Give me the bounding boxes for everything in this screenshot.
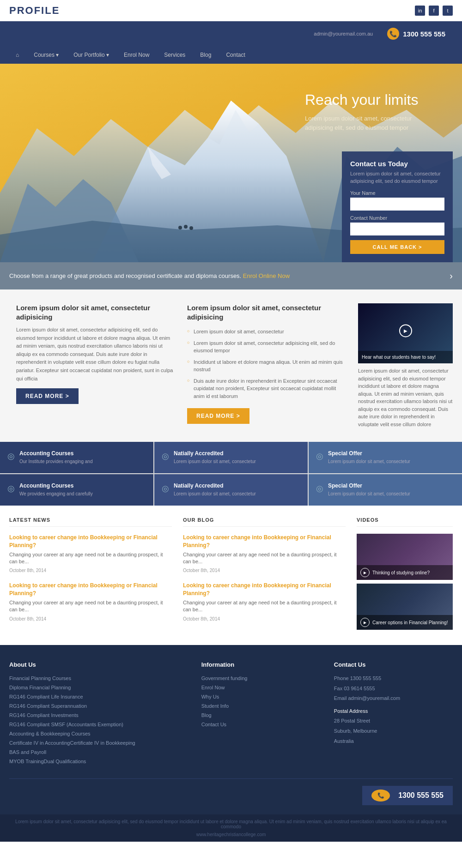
feature-item-6[interactable]: ◎ Special Offer Lorem ipsum dolor sit am… [309,474,462,506]
footer-link-item: BAS and Payroll [9,748,188,755]
video-thumbnail[interactable]: ▶ Hear what our students have to say! [358,303,453,363]
footer-link-item: Government funding [201,675,320,681]
videos-col: VIDEOS ▶ Thinking of studying online? ▶ … [351,517,453,633]
read-more-button-2[interactable]: READ MORE > [187,408,249,424]
phone-input[interactable] [350,223,444,235]
footer-link[interactable]: Government funding [201,675,248,681]
footer-contact-title: Contact Us [334,661,453,668]
feature-item-1[interactable]: ◎ Accounting Courses Our Institute provi… [0,442,153,473]
news-item-2: Looking to career change into Bookkeepin… [9,582,172,621]
news-item-1: Looking to career change into Bookkeepin… [9,534,172,573]
hero-chevron-icon[interactable]: › [450,271,453,281]
video-item-1-label: ▶ Thinking of studying online? [357,565,453,580]
footer-phone-icon: 📞 [371,790,390,802]
hero-subtext: Lorem ipsum dolor sit amet, consectetur … [305,114,434,132]
news-link-2[interactable]: Looking to career change into Bookkeepin… [9,582,172,597]
feature-title-3: Special Offer [328,450,410,457]
facebook-icon[interactable]: f [429,6,439,16]
footer-link-item: RG146 Compliant Investments [9,711,188,718]
news-link-1[interactable]: Looking to career change into Bookkeepin… [9,534,172,549]
footer-fax-info: Fax 03 9614 5555 [334,685,453,693]
footer-email-info: Email admin@youremail.com [334,694,453,703]
contact-form-title: Contact us Today [350,160,444,168]
footer-phone-number: 1300 555 555 [398,791,444,800]
footer-link-item: Blog [201,711,320,718]
footer-contact-col: Contact Us Phone 1300 555 555 Fax 03 961… [334,661,453,767]
news-excerpt-2: Changing your career at any age need not… [9,599,172,614]
footer-link-item: RG146 Compliant SMSF (Accountants Exempt… [9,721,188,728]
nav-enrol[interactable]: Enrol Now [117,46,156,64]
contact-form-subtitle: Lorem ipsum dolor sit amet, consectetur … [350,170,444,185]
footer-link[interactable]: RG146 Compliant Life Insurance [9,694,83,699]
feature-icon-6: ◎ [316,483,323,494]
footer-link-item: Certificate IV in AccountingCertificate … [9,739,188,746]
footer-link[interactable]: Certificate IV in AccountingCertificate … [9,740,135,746]
latest-news-heading: LATEST NEWS [9,517,172,527]
footer-link[interactable]: Financial Planning Courses [9,675,71,681]
feature-item-5[interactable]: ◎ Natially Accredited Lorem ipsum dolor … [154,474,308,506]
social-icons: in f t [415,6,453,16]
feature-desc-4: We provides engaging and carefully [19,491,93,497]
footer-link[interactable]: RG146 Compliant Superannuation [9,703,87,709]
read-more-button-1[interactable]: READ MORE > [16,388,79,404]
video-item-2[interactable]: ▶ Career options in Financial Planning! [357,584,453,630]
nav-home[interactable]: ⌂ [9,46,25,64]
footer-link[interactable]: BAS and Payroll [9,749,46,755]
footer-link[interactable]: Diploma Financial Planning [9,685,71,690]
blog-link-2[interactable]: Looking to career change into Bookkeepin… [183,582,346,597]
svg-point-9 [184,225,188,229]
linkedin-icon[interactable]: in [415,6,425,16]
website-url: www.heritagechristiancollege.com [196,832,266,837]
blog-item-1: Looking to career change into Bookkeepin… [183,534,346,573]
feature-item-3[interactable]: ◎ Special Offer Lorem ipsum dolor sit am… [309,442,462,473]
contact-form: Contact us Today Lorem ipsum dolor sit a… [342,151,453,262]
main-nav: ⌂ Courses ▾ Our Portfolio ▾ Enrol Now Se… [0,46,462,64]
footer-postal-label: Postal Address [334,707,453,716]
nav-portfolio[interactable]: Our Portfolio ▾ [67,46,116,64]
footer-link[interactable]: MYOB TrainingDual Qualifications [9,759,86,764]
contact-bar: admin@youremail.com.au 📞 1300 555 555 [0,21,462,46]
header-phone[interactable]: 📞 1300 555 555 [380,25,453,42]
blog-date-2: October 8th, 2014 [183,616,220,621]
phone-icon: 📞 [387,28,399,40]
feature-item-4[interactable]: ◎ Accounting Courses We provides engagin… [0,474,153,506]
footer-info-list: Government funding Enrol Now Why Us Stud… [201,675,320,728]
feature-item-2[interactable]: ◎ Natially Accredited Lorem ipsum dolor … [154,442,308,473]
video-item-1-text: Thinking of studying online? [372,570,430,575]
footer-grid: About Us Financial Planning Courses Dipl… [9,661,453,767]
video-item-1[interactable]: ▶ Thinking of studying online? [357,534,453,580]
footer-link[interactable]: RG146 Compliant Investments [9,712,79,718]
footer-info-col: Information Government funding Enrol Now… [201,661,320,767]
nav-services[interactable]: Services [158,46,192,64]
header-email: admin@youremail.com.au [314,31,373,36]
news-excerpt-1: Changing your career at any age need not… [9,551,172,566]
nav-blog[interactable]: Blog [194,46,218,64]
feature-icon-3: ◎ [316,451,323,461]
footer-link[interactable]: Why Us [201,694,219,699]
name-input[interactable] [350,198,444,211]
footer-info-title: Information [201,661,320,668]
video-play-icon-2[interactable]: ▶ [360,618,370,627]
footer-link-item: Why Us [201,693,320,700]
footer-link[interactable]: Enrol Now [201,685,225,690]
footer-link[interactable]: Contact Us [201,722,226,727]
list-item: Incididunt ut labore et dolore magna ali… [187,356,344,375]
hero-text: Reach your limits Lorem ipsum dolor sit … [305,91,434,132]
nav-contact[interactable]: Contact [219,46,251,64]
footer-link[interactable]: Blog [201,712,212,718]
twitter-icon[interactable]: t [443,6,453,16]
feature-title-5: Natially Accredited [174,482,256,489]
footer-link-item: Accounting & Bookkeeping Courses [9,730,188,737]
enrol-link[interactable]: Enrol Online Now [243,272,290,279]
blog-link-1[interactable]: Looking to career change into Bookkeepin… [183,534,346,549]
video-play-icon-1[interactable]: ▶ [360,568,370,577]
nav-courses[interactable]: Courses ▾ [27,46,65,64]
footer-link[interactable]: Accounting & Bookkeeping Courses [9,731,91,736]
footer-link[interactable]: Student Info [201,703,229,709]
news-section: LATEST NEWS Looking to career change int… [0,506,462,645]
play-icon[interactable]: ▶ [399,324,412,337]
content-col1-heading: Lorem ipsum dolor sit amet, consectetur … [16,303,173,321]
latest-news-col: LATEST NEWS Looking to career change int… [9,517,177,633]
footer-link[interactable]: RG146 Compliant SMSF (Accountants Exempt… [9,722,123,727]
call-me-button[interactable]: CALL ME BACK > [350,240,444,254]
